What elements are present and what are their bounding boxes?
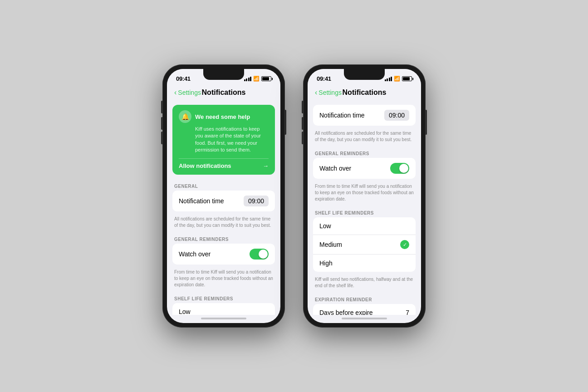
general-reminders-label-2: GENERAL REMINDERS [308, 147, 421, 158]
notification-time-label-1: Notification time [179, 197, 224, 205]
notch-2 [344, 69, 385, 80]
phone-2-screen: 09:41 📶 ‹ S [308, 69, 421, 323]
shelf-life-low-row-2[interactable]: Low [313, 217, 416, 235]
allow-notifications-button[interactable]: Allow notifications → [179, 158, 269, 169]
general-reminders-group-2: Watch over [313, 158, 416, 179]
notch-1 [203, 69, 244, 80]
nav-bar-1: ‹ Settings Notifications [167, 85, 280, 100]
bell-icon: 🔔 [179, 110, 191, 123]
phone-2: 09:41 📶 ‹ S [303, 64, 426, 328]
shelf-life-label-1: SHELF LIFE REMINDERS [167, 292, 280, 303]
general-section-label: GENERAL [167, 179, 280, 191]
days-before-expire-value: 7 [406, 309, 409, 315]
shelf-life-group-2: Low Medium ✓ High [313, 217, 416, 272]
general-group-1: Notification time 09:00 [172, 191, 275, 211]
home-indicator-1 [201, 318, 246, 319]
permission-banner: 🔔 We need some help Kiff uses notificati… [172, 105, 275, 175]
days-before-expire-row[interactable]: Days before expire 7 [313, 304, 416, 315]
chevron-left-icon-1: ‹ [174, 88, 176, 97]
home-indicator-2 [342, 318, 387, 319]
general-reminders-group-1: Watch over [172, 244, 275, 265]
battery-icon-1 [261, 76, 271, 81]
signal-icon-2 [385, 77, 392, 81]
wifi-icon-2: 📶 [394, 76, 400, 82]
chevron-left-icon-2: ‹ [315, 88, 317, 97]
days-before-expire-label: Days before expire [319, 309, 373, 315]
shelf-life-high-row-2[interactable]: High [313, 255, 416, 272]
shelf-life-helper-2: Kiff will send two notifications, halfwa… [308, 274, 421, 293]
scroll-content-1[interactable]: 🔔 We need some help Kiff uses notificati… [167, 100, 280, 315]
shelf-life-high-label-2: High [319, 260, 333, 267]
shelf-life-medium-row-2[interactable]: Medium ✓ [313, 235, 416, 255]
shelf-life-low-row[interactable]: Low [172, 303, 275, 315]
nav-title-2: Notifications [343, 88, 387, 97]
watch-over-toggle-2[interactable] [390, 163, 409, 174]
battery-icon-2 [402, 76, 412, 81]
phone-1-screen: 09:41 📶 ‹ S [167, 69, 280, 323]
notification-time-row-1[interactable]: Notification time 09:00 [172, 191, 275, 211]
shelf-life-label-2: SHELF LIFE REMINDERS [308, 206, 421, 217]
expiration-section-label: EXPIRATION REMINDER [308, 293, 421, 304]
phone-1: 09:41 📶 ‹ S [162, 64, 285, 328]
notification-time-value-1: 09:00 [244, 196, 269, 206]
shelf-life-group-1: Low Medium ✓ High [172, 303, 275, 315]
nav-bar-2: ‹ Settings Notifications [308, 85, 421, 100]
watch-over-label-1: Watch over [179, 250, 211, 258]
watch-over-helper-1: From time to time Kiff will send you a n… [167, 266, 280, 292]
watch-over-label-2: Watch over [319, 165, 351, 172]
notification-time-helper-2: All notifications are scheduled for the … [308, 127, 421, 147]
scroll-content-2[interactable]: Notification time 09:00 All notification… [308, 100, 421, 315]
general-reminders-label-1: GENERAL REMINDERS [167, 232, 280, 244]
general-group-2: Notification time 09:00 [313, 105, 416, 126]
expiration-group: Days before expire 7 [313, 304, 416, 315]
banner-description: Kiff uses notifications to keep you awar… [179, 126, 269, 154]
status-icons-1: 📶 [244, 76, 272, 82]
phones-container: 09:41 📶 ‹ S [162, 64, 426, 328]
back-label-1: Settings [178, 89, 201, 96]
watch-over-helper-2: From time to time Kiff will send you a n… [308, 181, 421, 206]
back-button-2[interactable]: ‹ Settings [315, 88, 342, 97]
notification-time-helper-1: All notifications are scheduled for the … [167, 213, 280, 232]
back-label-2: Settings [318, 89, 342, 96]
watch-over-row-1[interactable]: Watch over [172, 244, 275, 265]
wifi-icon-1: 📶 [253, 76, 260, 82]
nav-title-1: Notifications [202, 88, 246, 97]
notification-time-row-2[interactable]: Notification time 09:00 [313, 105, 416, 126]
status-icons-2: 📶 [385, 76, 412, 82]
watch-over-toggle-1[interactable] [250, 249, 269, 260]
watch-over-row-2[interactable]: Watch over [313, 158, 416, 179]
status-time-1: 09:41 [176, 75, 191, 82]
back-button-1[interactable]: ‹ Settings [174, 88, 201, 97]
checkmark-medium-2: ✓ [400, 240, 409, 249]
banner-header: 🔔 We need some help [179, 110, 269, 123]
shelf-life-low-label-2: Low [319, 222, 331, 230]
banner-title: We need some help [195, 113, 250, 120]
shelf-life-low-label: Low [179, 308, 191, 315]
arrow-right-icon: → [263, 162, 269, 169]
notification-time-label-2: Notification time [319, 112, 365, 119]
shelf-life-medium-label-2: Medium [319, 241, 342, 248]
signal-icon-1 [244, 77, 252, 81]
notification-time-value-2: 09:00 [384, 110, 409, 121]
status-time-2: 09:41 [317, 75, 331, 82]
allow-notifications-label: Allow notifications [179, 162, 231, 169]
